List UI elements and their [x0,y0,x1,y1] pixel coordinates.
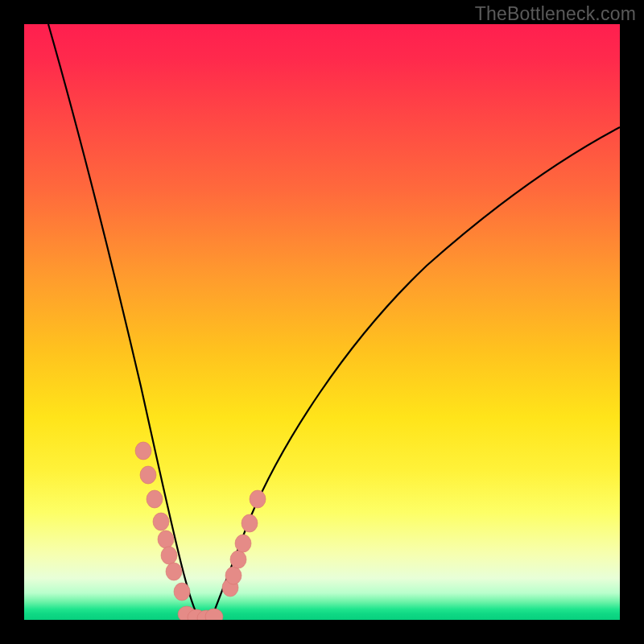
chart-svg [24,24,620,620]
svg-point-10 [230,551,246,568]
outer-frame: TheBottleneck.com [0,0,644,644]
plot-area [24,24,620,620]
right-curve [211,127,620,620]
svg-point-5 [161,547,177,564]
svg-point-3 [153,513,169,530]
svg-point-13 [250,490,266,508]
svg-point-2 [147,490,163,508]
watermark-text: TheBottleneck.com [475,3,636,25]
svg-point-1 [140,466,156,484]
left-curve [48,24,200,620]
right-bead-cluster [222,490,266,597]
svg-point-9 [225,567,242,584]
svg-point-0 [135,442,151,460]
svg-point-4 [158,530,174,548]
left-bead-cluster [135,442,190,601]
svg-point-7 [174,583,190,601]
svg-point-11 [235,535,251,552]
svg-point-6 [166,563,182,580]
svg-point-12 [242,514,258,532]
